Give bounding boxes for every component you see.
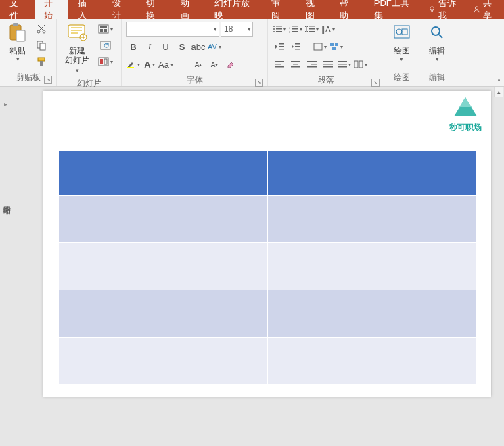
collapse-ribbon-button[interactable]: ˄ <box>494 76 503 87</box>
group-drawing-label: 绘图 <box>387 70 416 86</box>
workspace: ▸ 缩略图 ▴ 秒可职场 <box>0 87 504 446</box>
tab-help[interactable]: 帮助 <box>330 0 365 19</box>
chevron-right-icon: ▸ <box>4 100 7 108</box>
bullets-button[interactable] <box>272 22 287 37</box>
increase-font-button[interactable]: A▴ <box>191 57 206 72</box>
svg-rect-28 <box>276 31 282 32</box>
table-row <box>59 151 476 196</box>
tab-home[interactable]: 开始 <box>35 0 69 19</box>
logo-icon <box>450 96 481 120</box>
layout-icon <box>98 24 109 34</box>
decrease-font-button[interactable]: A▾ <box>207 57 222 72</box>
clipboard-dialog-launcher[interactable]: ↘ <box>44 76 52 84</box>
line-spacing-icon <box>305 25 315 33</box>
justify-button[interactable] <box>321 57 336 72</box>
increase-indent-button[interactable] <box>288 39 303 54</box>
align-right-button[interactable] <box>304 57 319 72</box>
font-dialog-launcher[interactable]: ↘ <box>255 79 263 87</box>
table-row <box>59 338 476 385</box>
table-cell[interactable] <box>59 243 268 290</box>
format-painter-button[interactable] <box>34 54 49 69</box>
shadow-button[interactable]: S <box>175 39 189 54</box>
paste-button[interactable]: 粘贴 ▾ <box>3 20 32 64</box>
align-center-button[interactable] <box>288 57 303 72</box>
paragraph-dialog-launcher[interactable]: ↘ <box>371 79 380 87</box>
svg-rect-58 <box>307 66 317 68</box>
editing-button[interactable]: 编辑 ▾ <box>422 20 452 64</box>
table-cell[interactable] <box>267 243 476 290</box>
svg-rect-66 <box>359 61 363 68</box>
table-cell[interactable] <box>267 196 476 243</box>
table-cell[interactable] <box>267 290 476 338</box>
tab-insert[interactable]: 插入 <box>68 0 103 19</box>
char-spacing-button[interactable]: AV <box>207 39 222 54</box>
svg-rect-52 <box>275 66 284 68</box>
table-cell[interactable] <box>59 151 268 196</box>
scroll-up-button[interactable]: ▴ <box>494 87 503 97</box>
svg-text:3: 3 <box>289 30 291 33</box>
convert-smartart-button[interactable] <box>329 39 344 54</box>
table-cell[interactable] <box>59 338 268 385</box>
svg-rect-1 <box>432 10 433 12</box>
line-spacing-button[interactable] <box>304 22 319 37</box>
slide-table[interactable] <box>58 150 476 385</box>
tab-file[interactable]: 文件 <box>0 0 35 19</box>
reset-icon <box>100 41 111 50</box>
outline-expand-handle[interactable]: ▸ <box>0 87 12 446</box>
tab-view[interactable]: 视图 <box>296 0 331 19</box>
font-size-combo[interactable]: 18 <box>221 22 253 37</box>
new-slide-button[interactable]: 新建 幻灯片 ▾ <box>60 20 95 76</box>
bulb-icon <box>428 5 436 14</box>
svg-rect-30 <box>292 26 298 27</box>
italic-button[interactable]: I <box>142 39 157 54</box>
table-cell[interactable] <box>59 290 268 338</box>
svg-rect-41 <box>295 43 300 45</box>
tab-animations[interactable]: 动画 <box>171 0 206 19</box>
table-row <box>59 243 476 290</box>
align-left-button[interactable] <box>272 57 287 72</box>
chevron-down-icon: ▾ <box>400 55 403 62</box>
tab-review[interactable]: 审阅 <box>262 0 296 19</box>
decrease-indent-button[interactable] <box>272 39 287 54</box>
eraser-button[interactable] <box>223 57 238 72</box>
table-cell[interactable] <box>267 338 476 385</box>
align-text-button[interactable] <box>313 39 327 54</box>
font-color-button[interactable]: A <box>142 57 157 72</box>
bold-button[interactable]: B <box>126 39 141 54</box>
share-button[interactable]: 共享 <box>466 0 504 19</box>
copy-button[interactable] <box>34 38 49 53</box>
table-cell[interactable] <box>267 151 476 196</box>
tab-transitions[interactable]: 切换 <box>137 0 171 19</box>
svg-rect-46 <box>315 47 321 47</box>
text-direction-button[interactable]: ‖A <box>321 22 336 37</box>
new-slide-label-2: 幻灯片 <box>65 55 89 65</box>
reset-button[interactable] <box>96 38 115 53</box>
group-clipboard-label: 剪贴板 ↘ <box>3 70 53 86</box>
tab-pdf[interactable]: PDF工具集 <box>365 0 421 19</box>
slide[interactable]: 秒可职场 <box>43 91 491 397</box>
change-case-button[interactable]: Aa <box>158 57 173 72</box>
svg-rect-20 <box>100 59 103 64</box>
drawing-icon <box>391 22 413 43</box>
columns-button[interactable] <box>353 57 368 72</box>
underline-button[interactable]: U <box>158 39 173 54</box>
group-editing-label: 编辑 <box>422 70 452 86</box>
clear-format-button[interactable] <box>175 57 189 72</box>
svg-rect-64 <box>338 66 347 68</box>
svg-point-23 <box>273 26 275 27</box>
section-button[interactable] <box>96 54 115 69</box>
tab-slideshow[interactable]: 幻灯片放映 <box>205 0 262 19</box>
distribute-button[interactable] <box>337 57 352 72</box>
svg-rect-43 <box>295 49 300 50</box>
tell-me[interactable]: 告诉我 <box>421 0 466 19</box>
highlight-button[interactable] <box>126 57 141 72</box>
cut-button[interactable] <box>34 22 49 37</box>
layout-button[interactable] <box>96 22 115 37</box>
svg-rect-16 <box>100 29 103 32</box>
font-name-combo[interactable] <box>126 22 219 37</box>
drawing-button[interactable]: 绘图 ▾ <box>387 20 416 64</box>
strikethrough-button[interactable]: abc <box>191 39 206 54</box>
table-cell[interactable] <box>59 196 268 243</box>
numbering-button[interactable]: 123 <box>288 22 303 37</box>
tab-design[interactable]: 设计 <box>103 0 137 19</box>
